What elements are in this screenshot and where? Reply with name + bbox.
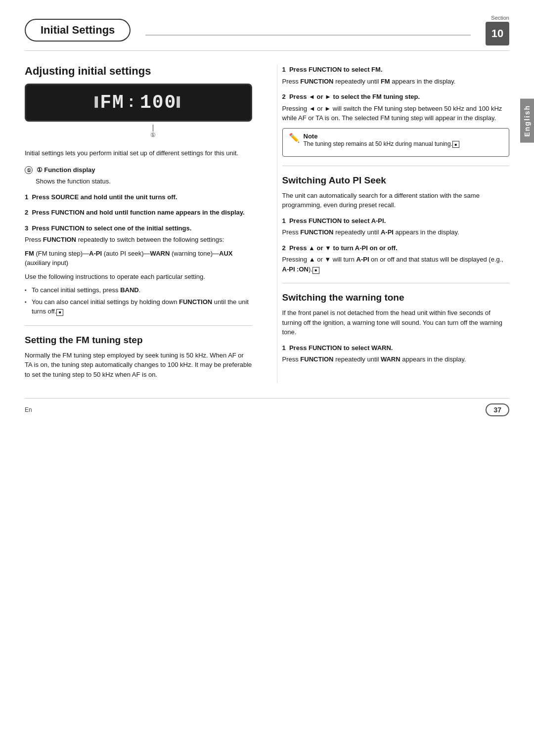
footer: En 37 bbox=[25, 398, 509, 416]
circle-1: ① bbox=[25, 166, 33, 174]
initial-settings-badge: Initial Settings bbox=[25, 19, 131, 42]
press-fm-text: Press FUNCTION repeatedly until FM appea… bbox=[282, 77, 510, 87]
page-num-badge: 37 bbox=[486, 403, 509, 416]
display-num-text: 100 bbox=[140, 92, 177, 113]
note-label: Note bbox=[304, 133, 460, 140]
divider-3 bbox=[282, 283, 510, 283]
function-display-text: Shows the function status. bbox=[25, 177, 252, 186]
press-fm-heading: 1 Press FUNCTION to select FM. bbox=[282, 65, 510, 75]
function-display-heading: ① ① Function display bbox=[25, 165, 252, 175]
right-seg-icon: ▌ bbox=[177, 96, 185, 109]
english-sidebar: English bbox=[520, 99, 534, 143]
stop-icon-3: ■ bbox=[312, 267, 319, 274]
left-seg-icon: ▐ bbox=[91, 96, 100, 109]
section-label: Section bbox=[491, 15, 509, 21]
press-updown-heading: 2 Press ▲ or ▼ to turn A-PI on or off. bbox=[282, 243, 510, 253]
press-api-text: Press FUNCTION repeatedly until A-PI app… bbox=[282, 227, 510, 237]
press-warn-heading: 1 Press FUNCTION to select WARN. bbox=[282, 343, 510, 353]
page: Initial Settings Section 10 English Adju… bbox=[0, 0, 534, 756]
fm-tuning-intro: Normally the FM tuning step employed by … bbox=[25, 351, 252, 380]
bullet-item-1: To cancel initial settings, press BAND. bbox=[25, 285, 252, 295]
language-label: English bbox=[523, 105, 531, 137]
step3-use: Use the following instructions to operat… bbox=[25, 272, 252, 282]
note-box: ✏️ Note The tuning step remains at 50 kH… bbox=[282, 128, 510, 157]
step1-heading: 1 Press SOURCE and hold until the unit t… bbox=[25, 192, 252, 202]
bullet-item-2: You can also cancel initial settings by … bbox=[25, 297, 252, 316]
press-arrow-text: Pressing ◄ or ► will switch the FM tunin… bbox=[282, 104, 510, 123]
display-image: ▐ FM : 100 ▌ bbox=[25, 84, 252, 122]
stop-icon-2: ■ bbox=[452, 141, 459, 148]
section-number: 10 bbox=[486, 22, 509, 45]
display-image-wrapper: ▐ FM : 100 ▌ ① bbox=[25, 84, 252, 138]
press-api-heading: 1 Press FUNCTION to select A-PI. bbox=[282, 216, 510, 226]
intro-text: Initial settings lets you perform initia… bbox=[25, 148, 252, 158]
note-text: The tuning step remains at 50 kHz during… bbox=[304, 140, 460, 148]
bullet-list: To cancel initial settings, press BAND. … bbox=[25, 285, 252, 316]
fm-tuning-title: Setting the FM tuning step bbox=[25, 335, 252, 346]
main-title: Adjusting initial settings bbox=[25, 65, 252, 78]
function-display-block: ① ① Function display Shows the function … bbox=[25, 165, 252, 186]
press-updown-text: Pressing ▲ or ▼ will turn A-PI on or off… bbox=[282, 255, 510, 274]
display-fm-text: FM bbox=[100, 92, 125, 113]
top-header: Initial Settings Section 10 bbox=[25, 15, 509, 51]
main-content: Adjusting initial settings ▐ FM : 100 ▌ … bbox=[25, 65, 509, 383]
note-content: Note The tuning step remains at 50 kHz d… bbox=[304, 133, 460, 152]
warn-title: Switching the warning tone bbox=[282, 292, 510, 303]
footer-lang: En bbox=[25, 406, 32, 413]
step2-heading: 2 Press FUNCTION and hold until function… bbox=[25, 208, 252, 218]
display-colon: : bbox=[127, 93, 138, 112]
stop-icon-1: ■ bbox=[56, 309, 63, 316]
note-icon: ✏️ bbox=[289, 133, 300, 143]
step3-heading: 3 Press FUNCTION to select one of the in… bbox=[25, 223, 252, 233]
section-badge: Section 10 bbox=[486, 15, 509, 45]
auto-pi-title: Switching Auto PI Seek bbox=[282, 175, 510, 186]
press-warn-text: Press FUNCTION repeatedly until WARN app… bbox=[282, 355, 510, 364]
press-arrow-heading: 2 Press ◄ or ► to select the FM tuning s… bbox=[282, 92, 510, 102]
step3-intro: Press FUNCTION repeatedly to switch betw… bbox=[25, 235, 252, 245]
step3-settings: FM (FM tuning step)—A-PI (auto PI seek)—… bbox=[25, 249, 252, 268]
display-label-row: ① bbox=[25, 125, 252, 138]
divider-2 bbox=[282, 166, 510, 166]
right-column: 1 Press FUNCTION to select FM. Press FUN… bbox=[277, 65, 510, 383]
auto-pi-intro: The unit can automatically search for a … bbox=[282, 191, 510, 210]
warn-intro: If the front panel is not detached from … bbox=[282, 308, 510, 337]
initial-settings-label: Initial Settings bbox=[41, 24, 115, 36]
divider-1 bbox=[25, 325, 252, 326]
left-column: Adjusting initial settings ▐ FM : 100 ▌ … bbox=[25, 65, 257, 383]
